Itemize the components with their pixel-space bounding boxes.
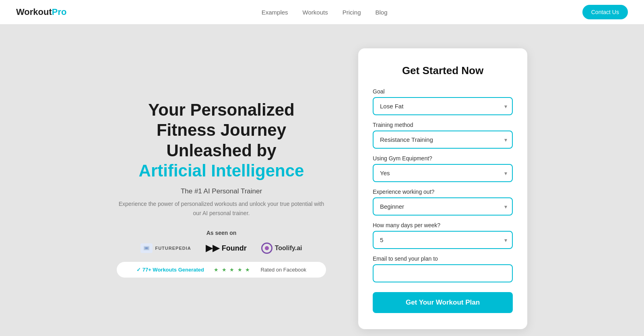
training-select[interactable]: Resistance Training Cardio HIIT Yoga Cro…	[373, 131, 513, 149]
logo-futurepedia: FUTUREPEDIA	[140, 243, 191, 253]
goal-label: Goal	[373, 88, 513, 95]
gym-label: Using Gym Equipment?	[373, 155, 513, 162]
logo: WorkoutPro	[16, 7, 67, 17]
nav-workouts[interactable]: Workouts	[303, 9, 328, 16]
submit-button[interactable]: Get Your Workout Plan	[373, 292, 513, 313]
social-proof-bar: ✓ 77+ Workouts Generated ★ ★ ★ ★ ★ Rated…	[117, 262, 326, 278]
days-select-wrapper: 1 2 3 4 5 6 7	[373, 231, 513, 249]
experience-select[interactable]: Beginner Intermediate Advanced	[373, 197, 513, 216]
days-group: How many days per week? 1 2 3 4 5 6 7	[373, 222, 513, 249]
main-section: Your Personalized Fitness Journey Unleas…	[0, 24, 644, 336]
experience-group: Experience working out? Beginner Interme…	[373, 189, 513, 216]
training-group: Training method Resistance Training Card…	[373, 122, 513, 149]
navbar: WorkoutPro Examples Workouts Pricing Blo…	[0, 0, 644, 24]
signup-form-card: Get Started Now Goal Lose Fat Build Musc…	[358, 48, 527, 329]
email-input[interactable]	[373, 264, 513, 282]
email-label: Email to send your plan to	[373, 255, 513, 262]
nav-examples[interactable]: Examples	[262, 9, 288, 16]
logo-foundr: ▶▶ Foundr	[206, 243, 247, 253]
logos-row: FUTUREPEDIA ▶▶ Foundr Toolify.ai	[117, 243, 326, 254]
workouts-count: ✓ 77+ Workouts Generated	[136, 267, 204, 273]
training-label: Training method	[373, 122, 513, 128]
hero-left: Your Personalized Fitness Journey Unleas…	[117, 100, 326, 278]
svg-rect-2	[145, 247, 148, 249]
rating-source: Rated on Facebook	[260, 267, 306, 273]
email-group: Email to send your plan to	[373, 255, 513, 282]
experience-label: Experience working out?	[373, 189, 513, 195]
goal-select[interactable]: Lose Fat Build Muscle Improve Endurance …	[373, 97, 513, 115]
gym-select-wrapper: Yes No	[373, 164, 513, 182]
hero-description: Experience the power of personalized wor…	[117, 199, 326, 218]
as-seen-on: As seen on	[117, 230, 326, 236]
foundr-arrow-icon: ▶▶	[206, 243, 219, 253]
goal-group: Goal Lose Fat Build Muscle Improve Endur…	[373, 88, 513, 115]
nav-blog[interactable]: Blog	[376, 9, 388, 16]
hero-title: Your Personalized Fitness Journey Unleas…	[117, 100, 326, 181]
logo-toolify: Toolify.ai	[261, 243, 302, 254]
nav-pricing[interactable]: Pricing	[343, 9, 361, 16]
days-select[interactable]: 1 2 3 4 5 6 7	[373, 231, 513, 249]
toolify-icon	[261, 243, 272, 254]
logo-text: WorkoutPro	[16, 7, 67, 17]
goal-select-wrapper: Lose Fat Build Muscle Improve Endurance …	[373, 97, 513, 115]
gym-select[interactable]: Yes No	[373, 164, 513, 182]
training-select-wrapper: Resistance Training Cardio HIIT Yoga Cro…	[373, 131, 513, 149]
contact-button[interactable]: Contact Us	[582, 5, 628, 19]
experience-select-wrapper: Beginner Intermediate Advanced	[373, 197, 513, 216]
gym-group: Using Gym Equipment? Yes No	[373, 155, 513, 182]
star-rating: ★ ★ ★ ★ ★	[214, 267, 251, 273]
futurepedia-icon	[140, 243, 153, 253]
days-label: How many days per week?	[373, 222, 513, 228]
form-title: Get Started Now	[373, 64, 513, 77]
nav-links: Examples Workouts Pricing Blog	[262, 9, 388, 16]
hero-subtitle: The #1 AI Personal Trainer	[117, 187, 326, 195]
